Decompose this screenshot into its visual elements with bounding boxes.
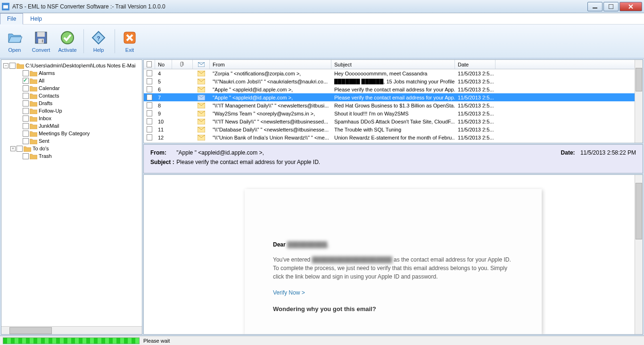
verify-now-link[interactable]: Verify Now > xyxy=(273,289,513,296)
row-no: 5 xyxy=(155,79,172,84)
column-attachment[interactable] xyxy=(172,60,193,69)
tree-item[interactable]: Sent xyxy=(2,137,141,145)
toolbar: Open Convert Activate ? Help Exit xyxy=(0,25,644,58)
toolbar-convert-button[interactable]: Convert xyxy=(28,26,54,56)
message-row[interactable]: 5"\\"Naukri.com Jobs\\" " <naukrialerts@… xyxy=(144,77,643,85)
menu-help[interactable]: Help xyxy=(23,13,49,24)
folder-icon xyxy=(30,85,37,91)
tree-checkbox[interactable] xyxy=(17,146,23,152)
svg-rect-2 xyxy=(609,4,613,9)
window-minimize-button[interactable] xyxy=(587,2,603,11)
tree-horizontal-scrollbar[interactable] xyxy=(1,326,142,334)
tree-checkbox[interactable] xyxy=(23,108,29,114)
row-checkbox[interactable] xyxy=(147,78,152,84)
message-row[interactable]: 7"Apple " <appleid@id.apple.com >,Please… xyxy=(144,93,643,101)
collapse-icon[interactable]: − xyxy=(3,63,8,68)
folder-icon xyxy=(30,100,37,107)
folder-icon xyxy=(17,63,24,69)
tree-root[interactable]: − C:\Users\admin\Desktop\eml\Lotus Notes… xyxy=(2,62,141,69)
toolbar-activate-button[interactable]: Activate xyxy=(55,26,80,56)
folder-icon xyxy=(30,123,37,129)
row-icon xyxy=(193,95,210,100)
window-maximize-button[interactable] xyxy=(603,2,619,11)
envelope-icon xyxy=(198,62,205,67)
row-no: 12 xyxy=(155,135,172,140)
row-checkbox[interactable] xyxy=(147,110,152,116)
message-row[interactable]: 10"\\"IT News Daily\\" " <newsletters@it… xyxy=(144,117,643,125)
tree-item[interactable]: Trash xyxy=(2,152,141,160)
tree-item-label: To do's xyxy=(33,146,49,151)
scrollbar-thumb[interactable] xyxy=(636,183,642,239)
tree-checkbox[interactable] xyxy=(9,63,16,69)
envelope-icon xyxy=(198,103,205,108)
svg-text:?: ? xyxy=(97,35,100,42)
column-date[interactable]: Date xyxy=(455,60,495,69)
tree-checkbox[interactable] xyxy=(23,85,29,91)
row-checkbox[interactable] xyxy=(147,134,152,140)
tree-item[interactable]: Alarms xyxy=(2,69,141,77)
tree-item[interactable]: Contacts xyxy=(2,92,141,99)
row-date: 11/5/2013 2:5... xyxy=(455,135,495,140)
menu-bar: File Help xyxy=(0,13,644,25)
row-checkbox[interactable] xyxy=(147,86,152,92)
email-greeting: Dear ██████████, xyxy=(273,241,513,248)
column-from[interactable]: From xyxy=(210,60,331,69)
row-no: 6 xyxy=(155,87,172,92)
envelope-icon xyxy=(198,95,205,100)
toolbar-open-button[interactable]: Open xyxy=(2,26,27,56)
tree-checkbox[interactable] xyxy=(23,153,29,159)
message-row[interactable]: 6"Apple " <appleid@id.apple.com >,Please… xyxy=(144,85,643,93)
row-checkbox[interactable] xyxy=(147,118,152,124)
toolbar-help-button[interactable]: ? Help xyxy=(86,26,111,56)
tree-checkbox[interactable] xyxy=(23,100,29,107)
folder-tree[interactable]: − C:\Users\admin\Desktop\eml\Lotus Notes… xyxy=(1,59,142,335)
row-checkbox[interactable] xyxy=(147,126,152,132)
column-checkbox[interactable] xyxy=(144,60,155,69)
row-from: "Apple " <appleid@id.apple.com >, xyxy=(210,95,331,100)
message-row[interactable]: 11"\\"Database Daily\\" " <newsletters@i… xyxy=(144,125,643,133)
column-subject[interactable]: Subject xyxy=(331,60,455,69)
expand-icon[interactable]: + xyxy=(10,146,16,151)
tree-checkbox[interactable] xyxy=(23,78,29,84)
column-icon[interactable] xyxy=(193,60,210,69)
message-row[interactable]: 9"Way2Sms Team " <noreply@way2sms.in >,S… xyxy=(144,109,643,117)
tree-item[interactable]: Meetings By Category xyxy=(2,130,141,137)
message-list-header: No From Subject Date xyxy=(144,60,643,69)
preview-scrollbar[interactable] xyxy=(635,175,643,334)
tree-item[interactable]: JunkMail xyxy=(2,122,141,130)
tree-checkbox[interactable] xyxy=(23,123,29,129)
toolbar-exit-button[interactable]: Exit xyxy=(117,26,142,56)
row-subject: The Trouble with SQL Tuning xyxy=(331,127,455,132)
tree-item[interactable]: Calendar xyxy=(2,84,141,92)
tree-item[interactable]: +To do's xyxy=(2,145,141,152)
row-checkbox[interactable] xyxy=(147,102,152,108)
row-icon xyxy=(193,79,210,84)
tree-checkbox[interactable] xyxy=(23,115,29,122)
preview-date-label: Date: xyxy=(561,149,575,156)
column-no[interactable]: No xyxy=(155,60,172,69)
tree-checkbox[interactable] xyxy=(23,131,29,137)
tree-item-label: Calendar xyxy=(39,85,60,91)
message-row[interactable]: 4"Zorpia " <notifications@zorpia.com >,H… xyxy=(144,69,643,77)
menu-file[interactable]: File xyxy=(0,13,23,25)
message-list-scrollbar[interactable] xyxy=(635,60,643,143)
row-checkbox[interactable] xyxy=(147,70,152,76)
row-date: 11/5/2013 2:5... xyxy=(455,79,495,84)
progress-bar xyxy=(3,337,140,344)
message-row[interactable]: 8"\\"IT Management Daily\\" " <newslette… xyxy=(144,101,643,109)
tree-item[interactable]: All xyxy=(2,77,141,84)
folder-open-icon xyxy=(7,30,22,45)
scrollbar-thumb[interactable] xyxy=(9,327,52,334)
tree-checkbox[interactable] xyxy=(23,93,29,99)
email-body-text: You've entered ████████████████████ as t… xyxy=(273,255,513,281)
tree-item[interactable]: Follow-Up xyxy=(2,107,141,115)
message-row[interactable]: 12"\\"Union Bank of India's Union Reward… xyxy=(144,133,643,141)
toolbar-separator xyxy=(82,29,84,53)
tree-checkbox[interactable] xyxy=(23,70,29,76)
window-close-button[interactable] xyxy=(619,2,642,11)
tree-item[interactable]: Drafts xyxy=(2,99,141,107)
row-checkbox[interactable] xyxy=(147,94,152,100)
tree-checkbox[interactable] xyxy=(23,138,29,144)
tree-item[interactable]: Inbox xyxy=(2,115,141,122)
scrollbar-thumb[interactable] xyxy=(636,68,642,91)
